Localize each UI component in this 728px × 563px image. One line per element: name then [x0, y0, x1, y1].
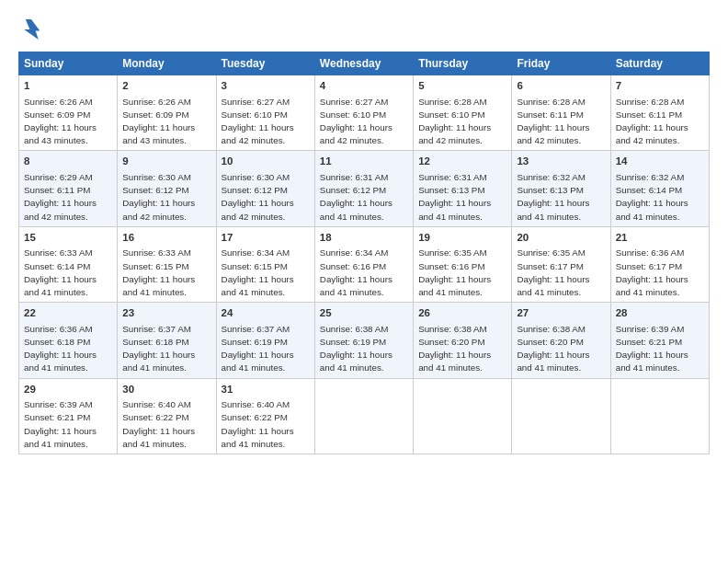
day-info: Sunrise: 6:27 AMSunset: 6:10 PMDaylight:…: [222, 97, 294, 146]
day-number: 4: [320, 79, 408, 94]
day-number: 28: [616, 306, 704, 321]
day-info: Sunrise: 6:36 AMSunset: 6:17 PMDaylight:…: [616, 247, 688, 297]
calendar-day-cell: 1 Sunrise: 6:26 AMSunset: 6:09 PMDayligh…: [19, 75, 118, 151]
day-number: 27: [517, 306, 605, 321]
calendar-day-cell: 16 Sunrise: 6:33 AMSunset: 6:15 PMDaylig…: [118, 226, 216, 302]
calendar-day-cell: [414, 378, 512, 454]
day-info: Sunrise: 6:37 AMSunset: 6:18 PMDaylight:…: [122, 324, 195, 373]
calendar-day-cell: 5 Sunrise: 6:28 AMSunset: 6:10 PMDayligh…: [414, 75, 512, 151]
day-info: Sunrise: 6:26 AMSunset: 6:09 PMDaylight:…: [122, 97, 195, 146]
svg-marker-0: [24, 19, 40, 40]
weekday-cell: Monday: [118, 52, 216, 75]
day-info: Sunrise: 6:26 AMSunset: 6:09 PMDaylight:…: [24, 97, 97, 146]
day-number: 12: [418, 155, 506, 169]
calendar-day-cell: 2 Sunrise: 6:26 AMSunset: 6:09 PMDayligh…: [118, 75, 216, 151]
day-info: Sunrise: 6:32 AMSunset: 6:14 PMDaylight:…: [616, 172, 688, 222]
day-info: Sunrise: 6:31 AMSunset: 6:13 PMDaylight:…: [418, 172, 491, 222]
day-number: 19: [418, 231, 506, 246]
weekday-cell: Friday: [512, 52, 610, 75]
calendar-day-cell: 4 Sunrise: 6:27 AMSunset: 6:10 PMDayligh…: [314, 75, 413, 151]
calendar-week-row: 15 Sunrise: 6:33 AMSunset: 6:14 PMDaylig…: [19, 226, 710, 302]
day-number: 15: [24, 231, 112, 246]
day-number: 5: [418, 79, 506, 94]
day-number: 21: [616, 231, 704, 246]
day-info: Sunrise: 6:28 AMSunset: 6:10 PMDaylight:…: [418, 97, 491, 146]
weekday-cell: Wednesday: [314, 52, 413, 75]
calendar-day-cell: 24 Sunrise: 6:37 AMSunset: 6:19 PMDaylig…: [216, 303, 314, 378]
calendar-day-cell: 30 Sunrise: 6:40 AMSunset: 6:22 PMDaylig…: [118, 378, 216, 454]
logo-icon: [18, 17, 44, 42]
day-number: 25: [320, 306, 408, 321]
day-number: 7: [616, 79, 704, 94]
day-info: Sunrise: 6:30 AMSunset: 6:12 PMDaylight:…: [222, 172, 294, 222]
day-info: Sunrise: 6:33 AMSunset: 6:15 PMDaylight:…: [122, 247, 195, 297]
day-number: 22: [24, 306, 112, 321]
calendar-day-cell: 25 Sunrise: 6:38 AMSunset: 6:19 PMDaylig…: [314, 303, 413, 378]
day-number: 26: [418, 306, 506, 321]
day-info: Sunrise: 6:38 AMSunset: 6:20 PMDaylight:…: [517, 324, 589, 373]
day-number: 13: [517, 155, 605, 169]
day-info: Sunrise: 6:37 AMSunset: 6:19 PMDaylight:…: [222, 324, 294, 373]
calendar-day-cell: 20 Sunrise: 6:35 AMSunset: 6:17 PMDaylig…: [512, 226, 610, 302]
calendar-day-cell: 27 Sunrise: 6:38 AMSunset: 6:20 PMDaylig…: [512, 303, 610, 378]
calendar-week-row: 8 Sunrise: 6:29 AMSunset: 6:11 PMDayligh…: [19, 151, 710, 226]
calendar-day-cell: 9 Sunrise: 6:30 AMSunset: 6:12 PMDayligh…: [118, 151, 216, 226]
calendar-day-cell: 26 Sunrise: 6:38 AMSunset: 6:20 PMDaylig…: [414, 303, 512, 378]
day-number: 9: [122, 155, 210, 169]
weekday-cell: Saturday: [610, 52, 709, 75]
calendar-day-cell: 14 Sunrise: 6:32 AMSunset: 6:14 PMDaylig…: [610, 151, 709, 226]
weekday-cell: Sunday: [19, 52, 118, 75]
day-number: 2: [122, 79, 210, 94]
calendar-day-cell: [314, 378, 413, 454]
day-number: 29: [24, 383, 112, 397]
calendar-day-cell: 17 Sunrise: 6:34 AMSunset: 6:15 PMDaylig…: [216, 226, 314, 302]
calendar-day-cell: 29 Sunrise: 6:39 AMSunset: 6:21 PMDaylig…: [19, 378, 118, 454]
day-info: Sunrise: 6:38 AMSunset: 6:19 PMDaylight:…: [320, 324, 392, 373]
day-info: Sunrise: 6:33 AMSunset: 6:14 PMDaylight:…: [24, 247, 97, 297]
calendar-day-cell: 7 Sunrise: 6:28 AMSunset: 6:11 PMDayligh…: [610, 75, 709, 151]
calendar-day-cell: 6 Sunrise: 6:28 AMSunset: 6:11 PMDayligh…: [512, 75, 610, 151]
header: [18, 17, 710, 42]
calendar-day-cell: 15 Sunrise: 6:33 AMSunset: 6:14 PMDaylig…: [19, 226, 118, 302]
calendar-table: SundayMondayTuesdayWednesdayThursdayFrid…: [18, 52, 710, 454]
day-info: Sunrise: 6:39 AMSunset: 6:21 PMDaylight:…: [616, 324, 688, 373]
day-number: 8: [24, 155, 112, 169]
calendar-day-cell: 11 Sunrise: 6:31 AMSunset: 6:12 PMDaylig…: [314, 151, 413, 226]
day-info: Sunrise: 6:31 AMSunset: 6:12 PMDaylight:…: [320, 172, 392, 222]
day-number: 20: [517, 231, 605, 246]
day-info: Sunrise: 6:35 AMSunset: 6:17 PMDaylight:…: [517, 247, 589, 297]
day-number: 24: [222, 306, 310, 321]
calendar-day-cell: 22 Sunrise: 6:36 AMSunset: 6:18 PMDaylig…: [19, 303, 118, 378]
day-info: Sunrise: 6:36 AMSunset: 6:18 PMDaylight:…: [24, 324, 97, 373]
day-info: Sunrise: 6:27 AMSunset: 6:10 PMDaylight:…: [320, 97, 392, 146]
day-info: Sunrise: 6:40 AMSunset: 6:22 PMDaylight:…: [122, 399, 195, 449]
calendar-day-cell: 3 Sunrise: 6:27 AMSunset: 6:10 PMDayligh…: [216, 75, 314, 151]
day-number: 11: [320, 155, 408, 169]
calendar-day-cell: 21 Sunrise: 6:36 AMSunset: 6:17 PMDaylig…: [610, 226, 709, 302]
logo: [18, 17, 48, 42]
day-number: 31: [222, 383, 310, 397]
day-info: Sunrise: 6:35 AMSunset: 6:16 PMDaylight:…: [418, 247, 491, 297]
calendar-day-cell: 13 Sunrise: 6:32 AMSunset: 6:13 PMDaylig…: [512, 151, 610, 226]
day-info: Sunrise: 6:39 AMSunset: 6:21 PMDaylight:…: [24, 399, 97, 449]
calendar-week-row: 1 Sunrise: 6:26 AMSunset: 6:09 PMDayligh…: [19, 75, 710, 151]
calendar-day-cell: 31 Sunrise: 6:40 AMSunset: 6:22 PMDaylig…: [216, 378, 314, 454]
day-number: 18: [320, 231, 408, 246]
calendar-day-cell: 10 Sunrise: 6:30 AMSunset: 6:12 PMDaylig…: [216, 151, 314, 226]
day-info: Sunrise: 6:40 AMSunset: 6:22 PMDaylight:…: [222, 399, 294, 449]
day-info: Sunrise: 6:28 AMSunset: 6:11 PMDaylight:…: [616, 97, 688, 146]
weekday-cell: Thursday: [414, 52, 512, 75]
day-number: 3: [222, 79, 310, 94]
day-info: Sunrise: 6:32 AMSunset: 6:13 PMDaylight:…: [517, 172, 589, 222]
calendar-week-row: 22 Sunrise: 6:36 AMSunset: 6:18 PMDaylig…: [19, 303, 710, 378]
day-info: Sunrise: 6:29 AMSunset: 6:11 PMDaylight:…: [24, 172, 97, 222]
calendar-day-cell: 8 Sunrise: 6:29 AMSunset: 6:11 PMDayligh…: [19, 151, 118, 226]
weekday-cell: Tuesday: [216, 52, 314, 75]
calendar-body: 1 Sunrise: 6:26 AMSunset: 6:09 PMDayligh…: [19, 75, 710, 454]
calendar-day-cell: [512, 378, 610, 454]
day-info: Sunrise: 6:34 AMSunset: 6:16 PMDaylight:…: [320, 247, 392, 297]
calendar-day-cell: 28 Sunrise: 6:39 AMSunset: 6:21 PMDaylig…: [610, 303, 709, 378]
day-number: 16: [122, 231, 210, 246]
calendar-day-cell: 12 Sunrise: 6:31 AMSunset: 6:13 PMDaylig…: [414, 151, 512, 226]
day-number: 10: [222, 155, 310, 169]
